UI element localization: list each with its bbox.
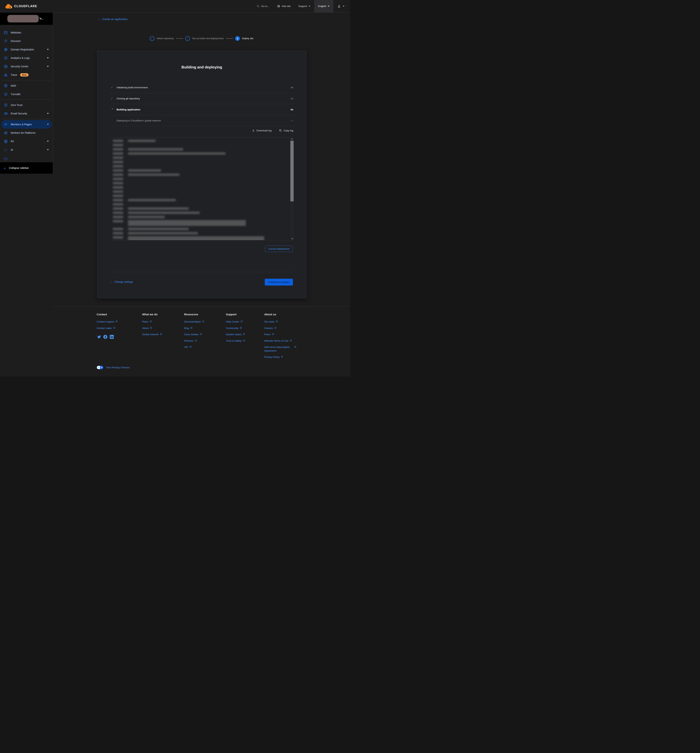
- sidebar-item-waf[interactable]: WAF: [0, 81, 53, 90]
- build-step-label: Initializing build environment: [117, 86, 148, 89]
- twitter-icon[interactable]: [97, 335, 101, 339]
- footer-link-global-network[interactable]: Global network: [142, 333, 182, 336]
- continue-to-project-button[interactable]: Continue to project: [265, 279, 293, 285]
- footer-link-subscription-agreement[interactable]: Self-serve Subscription Agreement: [264, 345, 297, 352]
- footer-link-system-status[interactable]: System status: [226, 333, 262, 336]
- build-step-label: Deploying to Cloudflare's global network: [117, 119, 161, 122]
- sidebar-item-workers-pages[interactable]: Workers & Pages: [1, 120, 52, 129]
- footer-link-our-team[interactable]: Our team: [264, 320, 297, 324]
- scrollbar-thumb[interactable]: [291, 141, 294, 201]
- build-log-redacted-content: [110, 137, 294, 240]
- check-icon: ✓: [110, 86, 114, 89]
- card-divider: [110, 272, 293, 272]
- footer-link-terms-of-use[interactable]: Website Terms of Use: [264, 339, 297, 343]
- sidebar-item-label: Trace: [11, 73, 17, 76]
- cloudflare-logo[interactable]: CLOUDFLARE: [0, 4, 37, 9]
- shield-gear-icon: [4, 84, 8, 88]
- cancel-deployment-button[interactable]: Cancel deployment: [265, 246, 293, 252]
- build-step-initializing: ✓ Initializing build environment 4s: [110, 82, 293, 93]
- footer-link-contact-support[interactable]: Contact support: [97, 320, 140, 324]
- sidebar-item-security-center[interactable]: Security Center: [0, 62, 53, 71]
- download-log-button[interactable]: Download log: [252, 129, 272, 132]
- create-application-back-link[interactable]: ← Create an application: [98, 18, 128, 20]
- sidebar-item-label: Workers & Pages: [11, 123, 32, 126]
- sidebar-item-turnstile[interactable]: Turnstile: [0, 90, 53, 98]
- copy-icon: [279, 129, 282, 132]
- footer-link-about[interactable]: About: [142, 326, 182, 330]
- scroll-up-button[interactable]: [291, 137, 294, 140]
- footer-link-press[interactable]: Press: [264, 333, 297, 336]
- build-step-time: 4s: [291, 108, 293, 111]
- step-number-badge: 3: [235, 36, 240, 41]
- build-step-label: Building application: [117, 108, 140, 111]
- sidebar-item-label: Security Center: [11, 65, 28, 68]
- build-step-label: Cloning git repository: [117, 97, 140, 100]
- chevron-down-icon: [47, 58, 49, 59]
- footer-link-api[interactable]: API: [184, 345, 224, 349]
- footer-link-documentation[interactable]: Documentation: [184, 320, 224, 324]
- check-icon: ✓: [110, 97, 114, 100]
- change-settings-link[interactable]: ← Change settings: [110, 281, 133, 283]
- change-settings-label: Change settings: [114, 281, 133, 283]
- brand-wordmark: CLOUDFLARE: [14, 5, 37, 8]
- scroll-down-button[interactable]: [291, 237, 294, 240]
- footer-column-title: Support: [226, 313, 262, 316]
- go-to-search[interactable]: Go to...: [253, 0, 273, 12]
- sidebar-item-workers-for-platforms[interactable]: Workers for Platforms: [0, 129, 53, 137]
- footer-link-contact-sales[interactable]: Contact sales: [97, 326, 140, 330]
- footer-link-help-center[interactable]: Help Center: [226, 320, 262, 324]
- lightbulb-icon: [4, 39, 8, 43]
- build-log[interactable]: [110, 137, 294, 240]
- account-name-redacted: [7, 15, 39, 22]
- build-steps-list: ✓ Initializing build environment 4s ✓ Cl…: [110, 82, 293, 126]
- step-select-repository: Select repository: [157, 37, 174, 40]
- sidebar-item-domain-registration[interactable]: Domain Registration: [0, 45, 53, 54]
- footer-link-privacy-policy[interactable]: Privacy Policy: [264, 355, 297, 359]
- log-actions: Download log Copy log: [252, 129, 293, 132]
- sidebar-item-trace[interactable]: Trace Beta: [0, 71, 53, 79]
- sidebar-item-zero-trust[interactable]: Zero Trust: [0, 101, 53, 109]
- page-title: Building and deploying: [97, 65, 306, 69]
- sidebar-item-r2[interactable]: R2: [0, 137, 53, 145]
- sidebar-item-email-security[interactable]: Email Security: [0, 109, 53, 118]
- support-menu[interactable]: Support: [294, 0, 314, 12]
- language-menu[interactable]: English: [314, 0, 333, 12]
- footer-link-plans[interactable]: Plans: [142, 320, 182, 324]
- footer-link-blog[interactable]: Blog: [184, 326, 224, 330]
- copy-log-button[interactable]: Copy log: [279, 129, 293, 132]
- account-selector[interactable]: 's...: [0, 12, 53, 25]
- chevron-down-icon: [47, 124, 49, 125]
- sidebar-item-discover[interactable]: Discover: [0, 37, 53, 45]
- facebook-icon[interactable]: [103, 335, 108, 339]
- linkedin-icon[interactable]: [109, 335, 114, 339]
- your-privacy-choices-link[interactable]: ✓✕ Your Privacy Choices: [97, 366, 130, 369]
- chevron-down-icon: [47, 141, 49, 142]
- sidebar-item-label: Turnstile: [11, 93, 20, 96]
- sidebar-item-websites[interactable]: Websites: [0, 28, 53, 37]
- sidebar-item-ai[interactable]: AI: [0, 145, 53, 154]
- download-log-label: Download log: [256, 129, 272, 132]
- footer-column-title: About us: [264, 313, 297, 316]
- arrow-left-icon: ←: [110, 281, 113, 283]
- log-scrollbar[interactable]: [291, 137, 294, 240]
- vault-icon: [4, 64, 8, 69]
- footer-link-partners[interactable]: Partners: [184, 339, 224, 343]
- sidebar-item-partial[interactable]: [0, 154, 53, 162]
- footer-link-trust-safety[interactable]: Trust & Safety: [226, 339, 262, 343]
- sidebar-item-label: R2: [11, 140, 14, 143]
- footer-column-what-we-do: What we do Plans About Global network: [142, 313, 182, 339]
- sitemap-icon: [4, 73, 8, 77]
- sidebar-item-label: Workers for Platforms: [11, 131, 36, 134]
- footer-column-title: What we do: [142, 313, 182, 316]
- sidebar-item-label: WAF: [11, 84, 16, 87]
- workers-brackets-icon: [4, 122, 8, 126]
- user-account-menu[interactable]: [333, 0, 350, 12]
- footer-link-careers[interactable]: Careers: [264, 326, 297, 330]
- footer-column-support: Support Help Center Community System sta…: [226, 313, 262, 345]
- collapse-sidebar-button[interactable]: « Collapse sidebar: [0, 162, 53, 174]
- add-site-button[interactable]: Add site: [273, 0, 295, 12]
- double-chevron-left-icon: «: [4, 166, 6, 170]
- sidebar-item-analytics-logs[interactable]: Analytics & Logs: [0, 54, 53, 62]
- footer-link-community[interactable]: Community: [226, 326, 262, 330]
- footer-link-case-studies[interactable]: Case studies: [184, 333, 224, 336]
